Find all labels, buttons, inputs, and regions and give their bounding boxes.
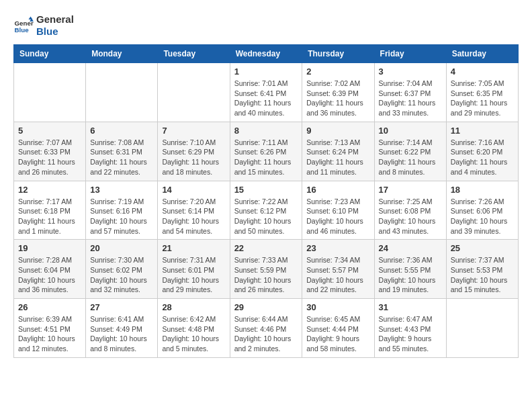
day-number: 12 [18, 185, 81, 195]
logo: General Blue General Blue [13, 13, 74, 38]
day-info: Sunrise: 7:17 AM Sunset: 6:18 PM Dayligh… [18, 197, 81, 236]
day-info: Sunrise: 6:44 AM Sunset: 4:46 PM Dayligh… [234, 314, 298, 354]
day-number: 26 [18, 302, 81, 312]
day-number: 21 [162, 243, 225, 253]
day-info: Sunrise: 7:28 AM Sunset: 6:04 PM Dayligh… [18, 255, 81, 295]
calendar-cell: 11Sunrise: 7:16 AM Sunset: 6:20 PM Dayli… [446, 122, 518, 181]
day-info: Sunrise: 7:30 AM Sunset: 6:02 PM Dayligh… [90, 255, 153, 295]
day-number: 11 [451, 126, 514, 136]
calendar-cell: 19Sunrise: 7:28 AM Sunset: 6:04 PM Dayli… [14, 240, 86, 299]
day-info: Sunrise: 7:08 AM Sunset: 6:31 PM Dayligh… [90, 138, 153, 177]
day-info: Sunrise: 6:45 AM Sunset: 4:44 PM Dayligh… [306, 314, 369, 354]
day-number: 25 [451, 243, 514, 253]
day-number: 31 [379, 302, 442, 312]
day-info: Sunrise: 7:16 AM Sunset: 6:20 PM Dayligh… [451, 138, 514, 177]
day-number: 19 [18, 243, 81, 253]
day-number: 14 [162, 185, 225, 195]
day-number: 20 [90, 243, 153, 253]
day-info: Sunrise: 7:07 AM Sunset: 6:33 PM Dayligh… [18, 138, 81, 177]
day-info: Sunrise: 7:31 AM Sunset: 6:01 PM Dayligh… [162, 255, 225, 295]
day-info: Sunrise: 7:04 AM Sunset: 6:37 PM Dayligh… [379, 79, 442, 118]
calendar-cell [14, 63, 86, 122]
calendar-cell: 8Sunrise: 7:11 AM Sunset: 6:26 PM Daylig… [230, 122, 302, 181]
calendar-cell: 14Sunrise: 7:20 AM Sunset: 6:14 PM Dayli… [158, 181, 230, 240]
weekday-header-wednesday: Wednesday [230, 45, 302, 63]
calendar-cell: 31Sunrise: 6:47 AM Sunset: 4:43 PM Dayli… [374, 299, 446, 358]
day-info: Sunrise: 7:14 AM Sunset: 6:22 PM Dayligh… [379, 138, 442, 177]
calendar-cell: 26Sunrise: 6:39 AM Sunset: 4:51 PM Dayli… [14, 299, 86, 358]
day-number: 23 [306, 243, 369, 253]
day-info: Sunrise: 6:39 AM Sunset: 4:51 PM Dayligh… [18, 314, 81, 354]
calendar-cell: 9Sunrise: 7:13 AM Sunset: 6:24 PM Daylig… [302, 122, 374, 181]
calendar-cell [86, 63, 158, 122]
day-info: Sunrise: 7:36 AM Sunset: 5:55 PM Dayligh… [379, 255, 442, 295]
day-info: Sunrise: 7:13 AM Sunset: 6:24 PM Dayligh… [306, 138, 369, 177]
weekday-header-sunday: Sunday [14, 45, 86, 63]
day-number: 2 [306, 66, 369, 77]
calendar-cell [158, 63, 230, 122]
calendar-cell: 18Sunrise: 7:26 AM Sunset: 6:06 PM Dayli… [446, 181, 518, 240]
day-number: 1 [234, 66, 298, 77]
calendar-cell: 2Sunrise: 7:02 AM Sunset: 6:39 PM Daylig… [302, 63, 374, 122]
day-info: Sunrise: 7:01 AM Sunset: 6:41 PM Dayligh… [234, 79, 298, 118]
calendar-cell [446, 299, 518, 358]
day-info: Sunrise: 6:47 AM Sunset: 4:43 PM Dayligh… [379, 314, 442, 354]
day-info: Sunrise: 6:42 AM Sunset: 4:48 PM Dayligh… [162, 314, 225, 354]
calendar-week-row: 12Sunrise: 7:17 AM Sunset: 6:18 PM Dayli… [14, 181, 519, 240]
weekday-header-saturday: Saturday [446, 45, 518, 63]
day-number: 8 [234, 126, 298, 136]
day-number: 29 [234, 302, 298, 312]
calendar-cell: 1Sunrise: 7:01 AM Sunset: 6:41 PM Daylig… [230, 63, 302, 122]
calendar-cell: 22Sunrise: 7:33 AM Sunset: 5:59 PM Dayli… [230, 240, 302, 299]
calendar-cell: 21Sunrise: 7:31 AM Sunset: 6:01 PM Dayli… [158, 240, 230, 299]
day-info: Sunrise: 7:19 AM Sunset: 6:16 PM Dayligh… [90, 197, 153, 236]
calendar-cell: 4Sunrise: 7:05 AM Sunset: 6:35 PM Daylig… [446, 63, 518, 122]
day-info: Sunrise: 7:34 AM Sunset: 5:57 PM Dayligh… [306, 255, 369, 295]
weekday-header-row: SundayMondayTuesdayWednesdayThursdayFrid… [14, 45, 519, 63]
calendar-cell: 30Sunrise: 6:45 AM Sunset: 4:44 PM Dayli… [302, 299, 374, 358]
weekday-header-friday: Friday [374, 45, 446, 63]
calendar-cell: 29Sunrise: 6:44 AM Sunset: 4:46 PM Dayli… [230, 299, 302, 358]
day-number: 5 [18, 126, 81, 136]
day-number: 13 [90, 185, 153, 195]
page-header: General Blue General Blue [13, 13, 519, 38]
day-info: Sunrise: 7:02 AM Sunset: 6:39 PM Dayligh… [306, 79, 369, 118]
day-number: 27 [90, 302, 153, 312]
calendar-cell: 7Sunrise: 7:10 AM Sunset: 6:29 PM Daylig… [158, 122, 230, 181]
calendar-cell: 15Sunrise: 7:22 AM Sunset: 6:12 PM Dayli… [230, 181, 302, 240]
day-number: 22 [234, 243, 298, 253]
day-info: Sunrise: 7:26 AM Sunset: 6:06 PM Dayligh… [451, 197, 514, 236]
day-number: 24 [379, 243, 442, 253]
logo-icon: General Blue [13, 15, 34, 36]
day-number: 7 [162, 126, 225, 136]
day-info: Sunrise: 6:41 AM Sunset: 4:49 PM Dayligh… [90, 314, 153, 354]
day-number: 17 [379, 185, 442, 195]
calendar-week-row: 1Sunrise: 7:01 AM Sunset: 6:41 PM Daylig… [14, 63, 519, 122]
day-info: Sunrise: 7:37 AM Sunset: 5:53 PM Dayligh… [451, 255, 514, 295]
calendar-cell: 3Sunrise: 7:04 AM Sunset: 6:37 PM Daylig… [374, 63, 446, 122]
day-number: 15 [234, 185, 298, 195]
calendar-cell: 16Sunrise: 7:23 AM Sunset: 6:10 PM Dayli… [302, 181, 374, 240]
calendar-table: SundayMondayTuesdayWednesdayThursdayFrid… [13, 44, 519, 358]
day-info: Sunrise: 7:20 AM Sunset: 6:14 PM Dayligh… [162, 197, 225, 236]
calendar-week-row: 19Sunrise: 7:28 AM Sunset: 6:04 PM Dayli… [14, 240, 519, 299]
calendar-cell: 23Sunrise: 7:34 AM Sunset: 5:57 PM Dayli… [302, 240, 374, 299]
calendar-week-row: 5Sunrise: 7:07 AM Sunset: 6:33 PM Daylig… [14, 122, 519, 181]
calendar-cell: 27Sunrise: 6:41 AM Sunset: 4:49 PM Dayli… [86, 299, 158, 358]
day-info: Sunrise: 7:11 AM Sunset: 6:26 PM Dayligh… [234, 138, 298, 177]
weekday-header-thursday: Thursday [302, 45, 374, 63]
weekday-header-monday: Monday [86, 45, 158, 63]
calendar-cell: 6Sunrise: 7:08 AM Sunset: 6:31 PM Daylig… [86, 122, 158, 181]
calendar-cell: 5Sunrise: 7:07 AM Sunset: 6:33 PM Daylig… [14, 122, 86, 181]
day-info: Sunrise: 7:25 AM Sunset: 6:08 PM Dayligh… [379, 197, 442, 236]
calendar-cell: 13Sunrise: 7:19 AM Sunset: 6:16 PM Dayli… [86, 181, 158, 240]
day-info: Sunrise: 7:10 AM Sunset: 6:29 PM Dayligh… [162, 138, 225, 177]
calendar-cell: 24Sunrise: 7:36 AM Sunset: 5:55 PM Dayli… [374, 240, 446, 299]
day-number: 10 [379, 126, 442, 136]
calendar-week-row: 26Sunrise: 6:39 AM Sunset: 4:51 PM Dayli… [14, 299, 519, 358]
day-info: Sunrise: 7:33 AM Sunset: 5:59 PM Dayligh… [234, 255, 298, 295]
day-info: Sunrise: 7:22 AM Sunset: 6:12 PM Dayligh… [234, 197, 298, 236]
calendar-cell: 20Sunrise: 7:30 AM Sunset: 6:02 PM Dayli… [86, 240, 158, 299]
day-number: 3 [379, 66, 442, 77]
day-number: 18 [451, 185, 514, 195]
